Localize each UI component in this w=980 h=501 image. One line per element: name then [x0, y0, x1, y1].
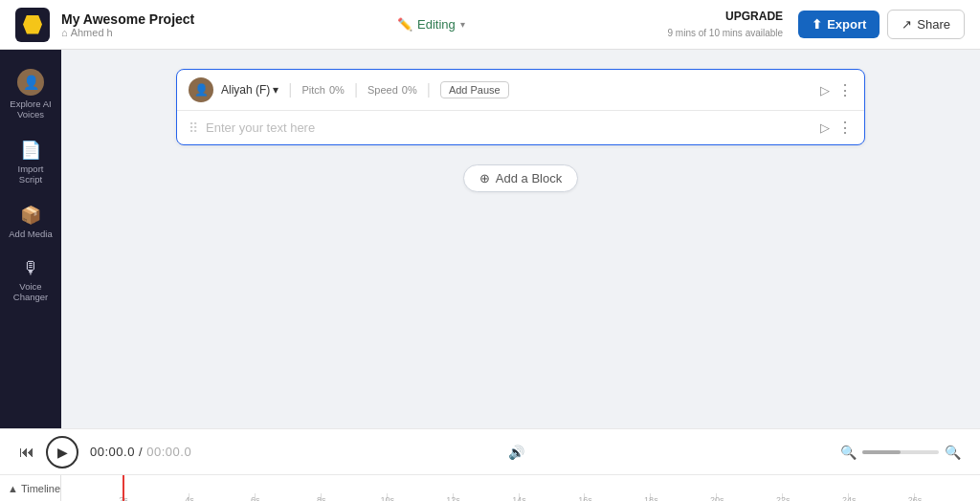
sidebar-label-explore: Explore AIVoices: [10, 98, 51, 120]
zoom-slider[interactable]: [862, 450, 939, 454]
logo-icon: [23, 15, 42, 34]
add-block-icon: ⊕: [479, 171, 490, 185]
header: My Awesome Project ⌂ Ahmed h ✏️ Editing …: [0, 0, 980, 50]
time-current: 00:00.0: [90, 445, 135, 459]
timeline-text: Timeline: [21, 483, 60, 494]
ruler-mark: 22s: [782, 493, 848, 501]
pitch-label: Pitch: [302, 84, 325, 96]
volume-area: 🔊: [508, 445, 524, 460]
sidebar: 👤 Explore AIVoices 📄 ImportScript 📦 Add …: [0, 50, 61, 428]
speed-control[interactable]: Speed 0%: [368, 84, 417, 96]
content-area: 👤 Aliyah (F) ▾ | Pitch 0% | Speed 0% | A…: [61, 50, 980, 428]
logo[interactable]: [15, 8, 50, 42]
project-title: My Awesome Project: [61, 11, 194, 27]
ruler-marks: 2s4s6s8s10s12s14s16s18s20s22s24s26s: [122, 475, 980, 501]
speed-value: 0%: [402, 84, 417, 96]
import-script-icon: 📄: [20, 140, 41, 161]
track-more-button[interactable]: ⋮: [837, 81, 853, 99]
timeline-area: ▲ Timeline 2s4s6s8s10s12s14s16s18s20s22s…: [0, 474, 980, 501]
sidebar-label-voice: VoiceChanger: [13, 281, 48, 303]
ruler-mark: 12s: [453, 493, 519, 501]
pitch-value: 0%: [329, 84, 345, 96]
voice-name: Aliyah (F): [221, 83, 270, 97]
separator: |: [288, 81, 292, 98]
share-icon: ↗: [902, 17, 912, 32]
avatar: 👤: [17, 69, 44, 96]
share-button[interactable]: ↗ Share: [887, 10, 965, 39]
timeline-label: ▲ Timeline: [8, 483, 60, 494]
play-button[interactable]: ▶: [46, 436, 78, 468]
drag-handle-icon: ⠿: [189, 120, 198, 136]
breadcrumb: ⌂ Ahmed h: [61, 27, 194, 38]
skip-back-button[interactable]: ⏮: [19, 444, 34, 461]
track-header: 👤 Aliyah (F) ▾ | Pitch 0% | Speed 0% | A…: [177, 70, 864, 111]
volume-icon: 🔊: [508, 445, 524, 460]
editing-button[interactable]: ✏️ Editing ▾: [390, 13, 473, 35]
timeline-ruler: 2s4s6s8s10s12s14s16s18s20s22s24s26s: [122, 475, 980, 501]
export-button[interactable]: ⬆ Export: [798, 11, 880, 38]
share-label: Share: [917, 17, 950, 32]
ruler-mark: 10s: [387, 493, 453, 501]
sidebar-item-voice-changer[interactable]: 🎙 VoiceChanger: [4, 250, 57, 311]
upgrade-section: UPGRADE 9 mins of 10 mins available: [668, 10, 784, 40]
ruler-mark: 20s: [716, 493, 782, 501]
voice-changer-icon: 🎙: [22, 258, 39, 278]
add-pause-button[interactable]: Add Pause: [440, 81, 509, 98]
ruler-mark: 16s: [584, 493, 650, 501]
ruler-mark: 6s: [255, 493, 321, 501]
export-label: Export: [827, 17, 866, 32]
track-header-right: ▷ ⋮: [820, 81, 853, 99]
main-layout: 👤 Explore AIVoices 📄 ImportScript 📦 Add …: [0, 50, 980, 428]
header-right: UPGRADE 9 mins of 10 mins available ⬆ Ex…: [668, 10, 966, 40]
editing-label: Editing: [417, 17, 456, 32]
sidebar-item-explore-voices[interactable]: 👤 Explore AIVoices: [4, 61, 57, 128]
sidebar-label-media: Add Media: [9, 229, 52, 239]
ruler-mark: 4s: [189, 493, 255, 501]
sidebar-label-import: ImportScript: [18, 163, 44, 185]
speed-label: Speed: [368, 84, 398, 96]
ruler-mark: 2s: [122, 493, 189, 501]
pitch-control[interactable]: Pitch 0%: [302, 84, 345, 96]
separator3: |: [427, 81, 431, 98]
sidebar-item-add-media[interactable]: 📦 Add Media: [4, 197, 57, 247]
add-block-button[interactable]: ⊕ Add a Block: [463, 164, 578, 192]
export-icon: ⬆: [812, 17, 822, 32]
zoom-fill: [862, 450, 901, 454]
ruler-mark: 26s: [914, 493, 980, 501]
upgrade-label: UPGRADE: [668, 10, 784, 23]
ruler-mark: 8s: [321, 493, 387, 501]
breadcrumb-text: Ahmed h: [71, 27, 113, 38]
add-block-label: Add a Block: [496, 171, 562, 185]
ruler-mark: 14s: [519, 493, 585, 501]
separator2: |: [354, 81, 358, 98]
text-input[interactable]: [206, 120, 813, 135]
track-play-button[interactable]: ▷: [820, 83, 830, 98]
header-center: ✏️ Editing ▾: [206, 13, 656, 35]
home-icon: ⌂: [61, 27, 68, 38]
transport-bar: ⏮ ▶ 00:00.0 / 00:00.0 🔊 🔍 🔍: [0, 428, 980, 474]
row-play-button[interactable]: ▷: [820, 120, 830, 135]
voice-selector[interactable]: Aliyah (F) ▾: [221, 83, 278, 97]
text-row: ⠿ ▷ ⋮: [177, 111, 864, 144]
zoom-in-button[interactable]: 🔍: [945, 445, 961, 460]
time-display: 00:00.0 / 00:00.0: [90, 445, 191, 459]
voice-avatar: 👤: [189, 77, 213, 102]
ruler-mark: 18s: [650, 493, 716, 501]
chevron-down-icon: ▾: [460, 19, 465, 30]
sidebar-item-import-script[interactable]: 📄 ImportScript: [4, 132, 57, 193]
project-info: My Awesome Project ⌂ Ahmed h: [61, 11, 194, 38]
ruler-mark: 24s: [848, 493, 914, 501]
zoom-out-button[interactable]: 🔍: [840, 445, 857, 460]
time-total: 00:00.0: [146, 445, 191, 459]
transport-controls: ⏮ ▶ 00:00.0 / 00:00.0: [19, 436, 191, 468]
voice-chevron-icon: ▾: [273, 83, 278, 97]
track-block: 👤 Aliyah (F) ▾ | Pitch 0% | Speed 0% | A…: [176, 69, 865, 145]
row-more-button[interactable]: ⋮: [837, 119, 853, 137]
upgrade-sub: 9 mins of 10 mins available: [668, 28, 784, 38]
timeline-chevron-icon: ▲: [8, 483, 18, 494]
pencil-icon: ✏️: [397, 17, 412, 32]
time-separator: /: [139, 445, 146, 459]
timeline-label-area[interactable]: ▲ Timeline: [0, 475, 61, 501]
zoom-area: 🔍 🔍: [840, 445, 961, 460]
playhead: [122, 475, 124, 501]
